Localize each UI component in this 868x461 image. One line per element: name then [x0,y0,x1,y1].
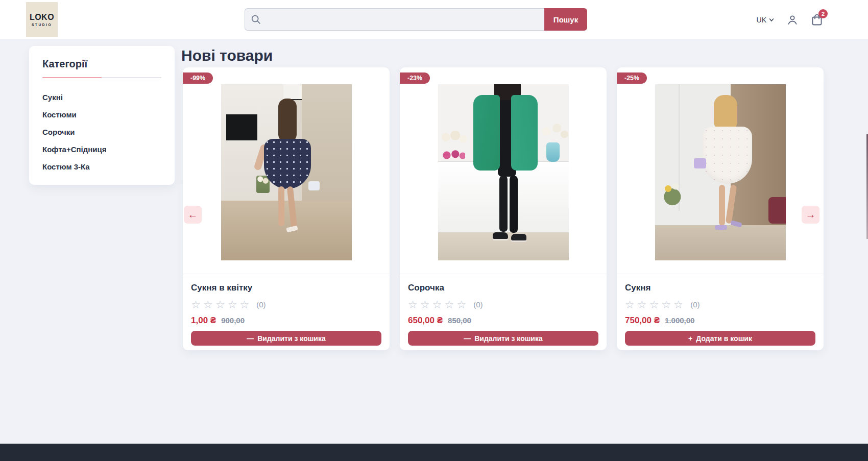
remove-from-cart-button[interactable]: — Видалити з кошика [191,331,381,346]
rating-count: (0) [256,300,266,309]
language-label: UK [757,16,766,24]
sidebar-item-kostiumy[interactable]: Костюми [29,106,175,123]
account-button[interactable] [786,14,799,26]
sidebar-item-kostium-3ka[interactable]: Костюм 3-Ка [29,158,175,175]
button-label: Додати в кошик [696,334,752,343]
logo[interactable]: LOKO STUDIO [26,2,58,37]
footer [0,444,868,461]
product-price: 650,00 ₴ [408,316,443,326]
sidebar-item-kofta-spidnytsia[interactable]: Кофта+Спідниця [29,140,175,158]
product-title: Сукня в квітку [191,283,381,293]
button-label: Видалити з кошика [257,334,326,343]
logo-subtext: STUDIO [32,23,52,27]
product-photo [438,84,569,260]
plus-icon: + [688,334,692,343]
header: LOKO STUDIO Пошук UK [0,0,868,39]
cart-button[interactable]: 2 [811,13,823,27]
star-rating-icons: ☆☆☆☆☆ [625,299,686,310]
cart-count-badge: 2 [818,9,828,18]
product-old-price: 850,00 [448,316,471,325]
page-title: Нові товари [181,47,273,64]
product-card[interactable]: -25% Сукня ☆☆☆☆☆ (0) 750,00 ₴ 1.000,00 +… [617,67,824,350]
arrow-left-icon: ← [188,209,198,221]
add-to-cart-button[interactable]: + Додати в кошик [625,331,815,346]
star-rating-icons: ☆☆☆☆☆ [191,299,252,310]
search-input[interactable] [245,8,544,31]
logo-text: LOKO [30,13,54,22]
product-card[interactable]: -23% Сорочка ☆☆☆☆☆ (0) 650,00 ₴ 850,00 —… [400,67,607,350]
sidebar-title: Категорії [42,58,161,70]
product-info: Сукня в квітку ☆☆☆☆☆ (0) 1,00 ₴ 900,00 —… [183,274,390,350]
remove-from-cart-button[interactable]: — Видалити з кошика [408,331,598,346]
search-icon [250,14,261,25]
arrow-right-icon: → [806,209,816,221]
carousel-prev-button[interactable]: ← [184,206,202,224]
product-card[interactable]: -99% Сукня в квітку ☆☆☆☆☆ (0) 1,00 ₴ 900… [183,67,390,350]
product-info: Сорочка ☆☆☆☆☆ (0) 650,00 ₴ 850,00 — Вида… [400,274,607,350]
product-info: Сукня ☆☆☆☆☆ (0) 750,00 ₴ 1.000,00 + Дода… [617,274,824,350]
chevron-down-icon [769,17,774,22]
header-actions: UK 2 [757,0,823,39]
sidebar-item-sorochky[interactable]: Сорочки [29,123,175,140]
product-photo [221,84,352,260]
product-old-price: 900,00 [221,316,245,325]
discount-badge: -23% [400,72,430,84]
user-icon [786,14,799,26]
category-list: Сукні Костюми Сорочки Кофта+Спідниця Кос… [29,88,175,175]
minus-icon: — [464,334,471,343]
minus-icon: — [247,334,254,343]
carousel-next-button[interactable]: → [802,206,819,224]
star-rating-icons: ☆☆☆☆☆ [408,299,469,310]
language-selector[interactable]: UK [757,16,774,24]
product-price: 750,00 ₴ [625,316,660,326]
product-photo [655,84,786,260]
product-old-price: 1.000,00 [665,316,694,325]
product-title: Сорочка [408,283,598,293]
rating-count: (0) [690,300,700,309]
sidebar-item-sukni[interactable]: Сукні [29,88,175,106]
search-button[interactable]: Пошук [544,8,587,31]
discount-badge: -99% [183,72,213,84]
product-title: Сукня [625,283,815,293]
search-bar: Пошук [245,8,587,31]
categories-sidebar: Категорії Сукні Костюми Сорочки Кофта+Сп… [29,46,175,185]
sidebar-title-underline [42,77,161,78]
product-price: 1,00 ₴ [191,316,216,326]
rating-count: (0) [473,300,483,309]
button-label: Видалити з кошика [474,334,543,343]
discount-badge: -25% [617,72,647,84]
